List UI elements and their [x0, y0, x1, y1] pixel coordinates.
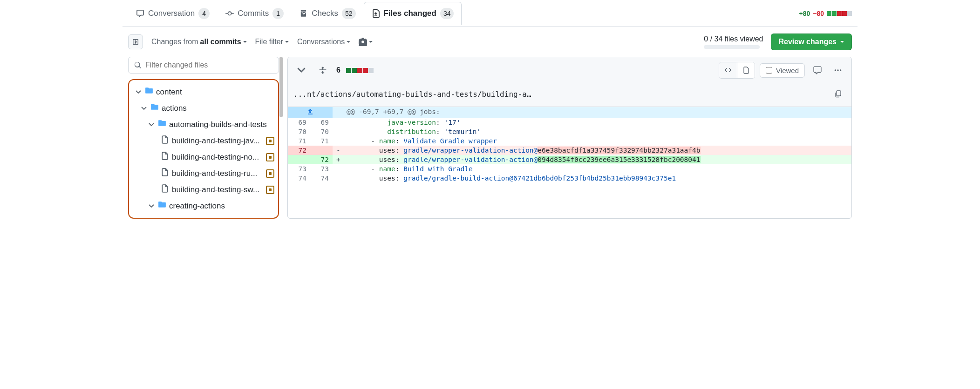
- code-icon: [724, 67, 732, 74]
- scrollbar-thumb[interactable]: [279, 57, 283, 117]
- filter-files-input-wrapper[interactable]: [128, 57, 279, 74]
- caret-down-icon: [285, 41, 289, 45]
- file-filter-label: File filter: [255, 38, 283, 46]
- tree-folder-content[interactable]: content: [129, 84, 278, 100]
- diff-line-context[interactable]: 69 69 java-version: '17': [288, 118, 851, 127]
- folder-icon: [158, 119, 166, 130]
- new-line-number: 73: [310, 164, 333, 174]
- diff-line-addition[interactable]: 72 + uses: gradle/wrapper-validation-act…: [288, 155, 851, 164]
- review-changes-label: Review changes: [779, 38, 837, 46]
- collapse-file-button[interactable]: [293, 62, 309, 78]
- expand-all-button[interactable]: [315, 62, 331, 78]
- review-changes-button[interactable]: Review changes: [771, 34, 852, 50]
- tree-folder-automating-builds[interactable]: automating-builds-and-tests: [129, 116, 278, 133]
- new-line-number: 72: [310, 155, 333, 164]
- tree-folder-actions[interactable]: actions: [129, 100, 278, 116]
- file-icon: [161, 168, 169, 179]
- gear-icon: [359, 38, 367, 46]
- tab-checks[interactable]: Checks 52: [292, 2, 363, 25]
- kebab-icon: [834, 66, 842, 74]
- diff-file-header: 6 Viewed: [288, 57, 851, 107]
- comment-icon: [813, 66, 822, 74]
- tree-file-item[interactable]: building-and-testing-sw...: [129, 181, 278, 198]
- diff-panel: 6 Viewed: [287, 57, 852, 219]
- diffstat-additions: +80: [799, 10, 810, 17]
- diff-settings-dropdown[interactable]: [359, 38, 373, 46]
- old-line-number: 71: [288, 136, 310, 146]
- tab-commits[interactable]: Commits 1: [218, 2, 292, 25]
- tree-file-label: building-and-testing-ru...: [172, 169, 263, 178]
- copy-path-button[interactable]: [830, 86, 846, 102]
- file-icon: [742, 67, 750, 74]
- files-viewed-status: 0 / 34 files viewed: [704, 35, 763, 49]
- caret-down-icon: [347, 41, 350, 45]
- tree-folder-label: actions: [162, 104, 274, 113]
- diff-line-context[interactable]: 73 73 - name: Build with Gradle: [288, 164, 851, 174]
- chevron-down-icon: [148, 203, 155, 209]
- svg-point-0: [835, 69, 836, 71]
- changes-from-dropdown[interactable]: Changes from all commits: [151, 38, 247, 46]
- diff-line-context[interactable]: 74 74 uses: gradle/gradle-build-action@6…: [288, 174, 851, 183]
- old-line-number: 70: [288, 127, 310, 136]
- chevron-down-icon: [148, 122, 155, 127]
- tree-folder-label: content: [156, 87, 274, 97]
- tree-folder-creating-actions[interactable]: creating-actions: [129, 198, 278, 214]
- diff-line-deletion[interactable]: 72 - uses: gradle/wrapper-validation-act…: [288, 146, 851, 155]
- more-options-button[interactable]: [830, 62, 846, 78]
- hunk-header-row[interactable]: @@ -69,7 +69,7 @@ jobs:: [288, 107, 851, 118]
- rich-view-button[interactable]: [737, 62, 755, 78]
- diff-toolbar: Changes from all commits File filter Con…: [122, 27, 858, 57]
- svg-point-2: [840, 69, 841, 71]
- sidebar-toggle-button[interactable]: [128, 34, 143, 49]
- tree-file-label: building-and-testing-sw...: [172, 185, 263, 194]
- file-tree-sidebar: content actions automating-builds-and-te…: [128, 57, 279, 219]
- tree-folder-label: automating-builds-and-tests: [169, 120, 274, 129]
- new-line-number: 70: [310, 127, 333, 136]
- filter-files-input[interactable]: [145, 61, 273, 69]
- tab-files-changed[interactable]: Files changed 34: [364, 2, 462, 25]
- new-line-number: 71: [310, 136, 333, 146]
- modified-badge-icon: [266, 153, 274, 161]
- diff-line-context[interactable]: 71 71 - name: Validate Gradle wrapper: [288, 136, 851, 146]
- files-viewed-count: 0 / 34 files viewed: [704, 35, 763, 43]
- new-line-number: 74: [310, 174, 333, 183]
- expand-up-icon[interactable]: [292, 108, 329, 115]
- diff-blocks: [346, 68, 374, 73]
- tab-checks-label: Checks: [312, 9, 338, 18]
- chevron-down-icon: [140, 106, 148, 111]
- tabs-diffstat: +80 −80: [799, 10, 852, 17]
- search-icon: [134, 61, 142, 69]
- git-commit-icon: [225, 9, 234, 18]
- tree-file-item[interactable]: building-and-testing-jav...: [129, 133, 278, 149]
- viewed-checkbox[interactable]: Viewed: [760, 63, 805, 78]
- tree-file-label: building-and-testing-no...: [172, 153, 263, 162]
- new-line-number: 69: [310, 118, 333, 127]
- conversations-dropdown[interactable]: Conversations: [297, 38, 350, 46]
- tab-files-changed-count: 34: [440, 8, 454, 19]
- diff-line-context[interactable]: 70 70 distribution: 'temurin': [288, 127, 851, 136]
- old-line-number: 72: [288, 146, 310, 155]
- old-line-number: 73: [288, 164, 310, 174]
- diff-change-count: 6: [336, 66, 340, 74]
- file-diff-icon: [372, 9, 380, 18]
- diffstat-blocks: [827, 11, 852, 16]
- old-line-number: 74: [288, 174, 310, 183]
- modified-badge-icon: [266, 169, 274, 178]
- file-icon: [161, 152, 169, 162]
- tree-file-item[interactable]: building-and-testing-ru...: [129, 165, 278, 181]
- modified-badge-icon: [266, 137, 274, 145]
- tab-commits-label: Commits: [238, 9, 269, 18]
- comment-button[interactable]: [810, 62, 825, 78]
- chevron-down-icon: [135, 89, 142, 95]
- source-view-button[interactable]: [719, 62, 737, 78]
- conversations-label: Conversations: [297, 38, 345, 46]
- file-icon: [161, 135, 169, 146]
- caret-down-icon: [243, 41, 247, 45]
- tab-conversation-label: Conversation: [148, 9, 195, 18]
- file-filter-dropdown[interactable]: File filter: [255, 38, 289, 46]
- old-line-number: 69: [288, 118, 310, 127]
- viewed-checkbox-input[interactable]: [766, 67, 772, 74]
- tree-file-item[interactable]: building-and-testing-no...: [129, 149, 278, 165]
- file-path[interactable]: ...nt/actions/automating-builds-and-test…: [293, 90, 825, 99]
- tab-conversation[interactable]: Conversation 4: [128, 2, 218, 25]
